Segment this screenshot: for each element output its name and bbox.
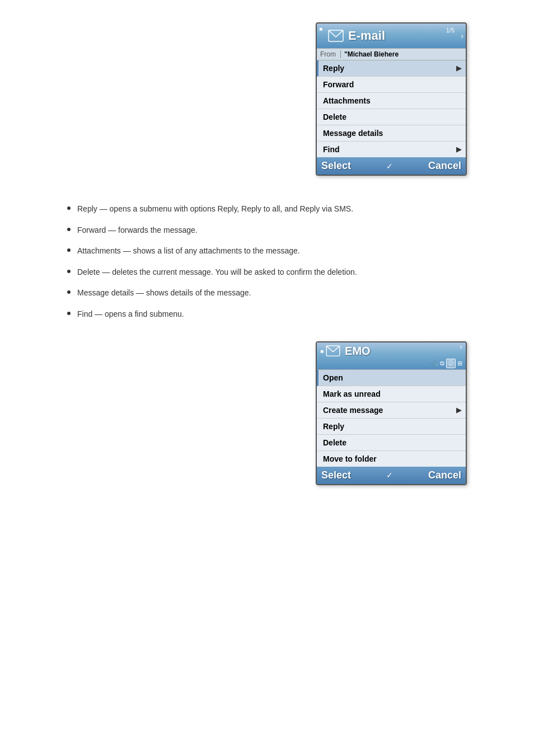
bullet-dot-4 — [67, 290, 71, 294]
emo-menu-item-open[interactable]: Open — [317, 370, 466, 386]
from-label: From — [320, 50, 336, 58]
menu-item-forward[interactable]: Forward — [317, 77, 466, 93]
bullet-dot-2 — [67, 248, 71, 252]
page-container: ■ E-mail 1/5 › From "Michael Biehere Rep… — [0, 22, 534, 502]
menu-item-forward-label: Forward — [323, 80, 354, 89]
from-row: From "Michael Biehere — [317, 48, 466, 60]
bullet-text-5: Find — opens a find submenu. — [77, 309, 184, 320]
reply-arrow-icon: ▶ — [456, 64, 461, 72]
emo-screen: ■ EMO › 📎 ⧉ Ⓞ ⊞ — [316, 341, 467, 485]
bullet-item-3: Delete — deletes the current message. Yo… — [67, 267, 414, 278]
grid-icon: ⊞ — [457, 360, 462, 367]
bullet-dot-1 — [67, 228, 71, 231]
emo-menu-list: Open Mark as unread Create message ▶ Rep… — [317, 369, 466, 467]
bullet-item-5: Find — opens a find submenu. — [67, 309, 414, 320]
emo-menu-item-move-to-folder-label: Move to folder — [323, 454, 377, 463]
bullet-section: Reply — opens a submenu with options Rep… — [34, 192, 414, 341]
emo-menu-item-open-label: Open — [323, 373, 343, 382]
bullet-dot-3 — [67, 270, 71, 273]
emo-icons-row: 📎 ⧉ Ⓞ ⊞ — [320, 358, 462, 368]
emo-select-button[interactable]: Select — [321, 469, 351, 481]
bullet-dot-5 — [67, 312, 71, 315]
emo-mail-icon — [326, 345, 340, 356]
screen1-subtitle: 1/5 — [446, 27, 455, 34]
create-message-arrow-icon: ▶ — [456, 406, 461, 414]
emo-signal-icon: ■ — [320, 348, 324, 354]
menu-item-find-label: Find — [323, 145, 340, 154]
bullet-dot-0 — [67, 206, 71, 210]
circle-icon: Ⓞ — [446, 359, 456, 368]
mail-icon — [328, 30, 344, 42]
emo-header: ■ EMO › 📎 ⧉ Ⓞ ⊞ — [317, 342, 466, 369]
emo-title: EMO — [345, 345, 460, 358]
menu-item-message-details[interactable]: Message details — [317, 125, 466, 142]
menu-item-message-details-label: Message details — [323, 129, 383, 138]
menu-item-delete-label: Delete — [323, 112, 346, 121]
email-menu-list: Reply ▶ Forward Attachments Delete Messa… — [317, 60, 466, 157]
emo-menu-item-reply-label: Reply — [323, 422, 344, 431]
emo-check-icon: ✓ — [386, 471, 393, 480]
emo-menu-item-delete[interactable]: Delete — [317, 435, 466, 451]
menu-item-attachments-label: Attachments — [323, 96, 371, 105]
menu-item-find[interactable]: Find ▶ — [317, 142, 466, 157]
emo-menu-item-move-to-folder[interactable]: Move to folder — [317, 451, 466, 467]
menu-item-reply[interactable]: Reply ▶ — [317, 60, 466, 77]
signal-icon: ■ — [319, 26, 322, 32]
email-bottom-bar: Select ✓ Cancel — [317, 157, 466, 175]
emo-menu-item-mark-unread[interactable]: Mark as unread — [317, 386, 466, 402]
from-value: "Michael Biehere — [344, 50, 399, 58]
copy-icon: ⧉ — [440, 360, 444, 367]
emo-menu-item-mark-unread-label: Mark as unread — [323, 389, 381, 398]
email-screen: ■ E-mail 1/5 › From "Michael Biehere Rep… — [316, 22, 467, 176]
emo-cancel-button[interactable]: Cancel — [428, 469, 461, 481]
emo-bottom-bar: Select ✓ Cancel — [317, 467, 466, 484]
menu-item-reply-label: Reply — [323, 64, 344, 73]
bullet-item-4: Message details — shows details of the m… — [67, 288, 414, 299]
emo-arrow: › — [460, 342, 462, 351]
email-header: ■ E-mail 1/5 › — [317, 24, 466, 48]
check-icon: ✓ — [386, 162, 393, 171]
from-separator — [340, 50, 341, 58]
bullet-item-2: Attachments — shows a list of any attach… — [67, 246, 414, 257]
screen1-arrow: › — [461, 31, 463, 40]
screen1-title: E-mail — [348, 29, 462, 43]
emo-menu-item-reply[interactable]: Reply — [317, 419, 466, 435]
bullet-text-1: Forward — forwards the message. — [77, 225, 198, 236]
emo-menu-item-create-message[interactable]: Create message ▶ — [317, 402, 466, 419]
bullet-text-4: Message details — shows details of the m… — [77, 288, 251, 299]
bullet-text-3: Delete — deletes the current message. Yo… — [77, 267, 357, 278]
bullet-item-1: Forward — forwards the message. — [67, 225, 414, 236]
menu-item-delete[interactable]: Delete — [317, 109, 466, 125]
menu-item-attachments[interactable]: Attachments — [317, 93, 466, 109]
bullet-text-2: Attachments — shows a list of any attach… — [77, 246, 300, 257]
emo-menu-item-create-message-label: Create message — [323, 406, 383, 415]
select-button[interactable]: Select — [321, 160, 351, 172]
bullet-item-0: Reply — opens a submenu with options Rep… — [67, 204, 414, 215]
emo-menu-item-delete-label: Delete — [323, 438, 346, 447]
cancel-button[interactable]: Cancel — [428, 160, 461, 172]
bullet-text-0: Reply — opens a submenu with options Rep… — [77, 204, 353, 215]
find-arrow-icon: ▶ — [456, 145, 461, 153]
attach-icon: 📎 — [430, 360, 438, 367]
